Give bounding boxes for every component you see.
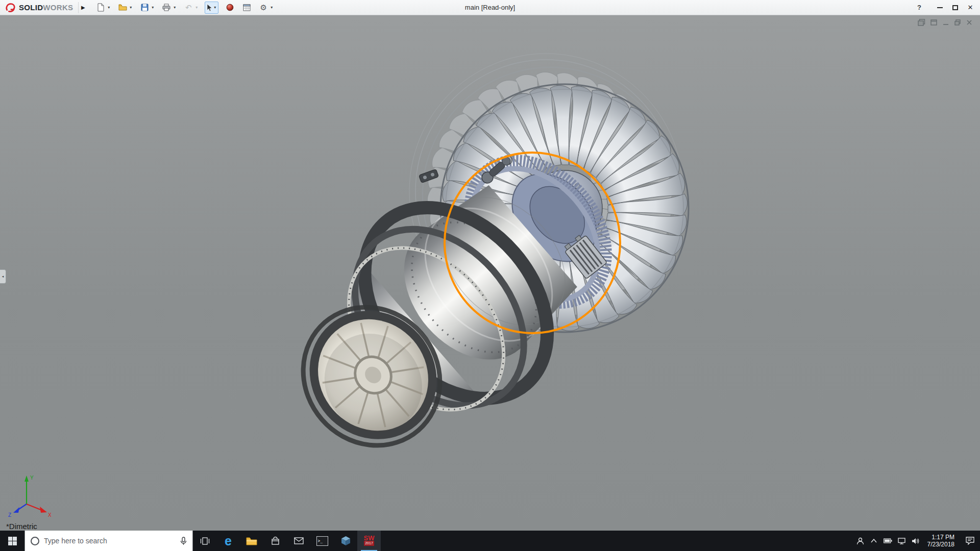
- solidworks-brand: SOLIDWORKS: [2, 3, 78, 13]
- search-input[interactable]: [44, 537, 176, 545]
- minimize-button[interactable]: [932, 1, 947, 15]
- titlebar: SOLIDWORKS ▶ ▾ ▾: [0, 0, 980, 15]
- chevron-up-icon: [871, 539, 877, 543]
- network-button[interactable]: [895, 531, 909, 551]
- action-center-button[interactable]: [960, 531, 980, 551]
- select-tool-caret[interactable]: ▾: [212, 5, 217, 10]
- people-button[interactable]: [853, 531, 867, 551]
- solidworks-app-icon: SW 2017: [364, 536, 375, 546]
- orientation-triad: Y X Z: [7, 468, 54, 517]
- window-title: main [Read-only]: [465, 4, 515, 11]
- panel-collapse-tab[interactable]: ◂: [0, 269, 6, 284]
- volume-button[interactable]: [909, 531, 922, 551]
- taskbar-item-console[interactable]: >_: [310, 531, 334, 551]
- maximize-icon: [952, 5, 958, 10]
- save-caret[interactable]: ▾: [150, 5, 155, 10]
- new-document-button[interactable]: [95, 2, 106, 14]
- open-button[interactable]: [117, 2, 128, 14]
- print-icon: [162, 4, 170, 11]
- save-floppy-icon: [141, 4, 149, 11]
- undo-icon: ↶: [185, 3, 192, 12]
- minimize-icon: [937, 7, 943, 8]
- document-window-controls: [918, 19, 973, 26]
- system-tray: 1:17 PM 7/23/2018: [853, 531, 980, 551]
- select-cursor-icon: [206, 4, 212, 12]
- options-button[interactable]: ⚙: [258, 2, 269, 14]
- print-button[interactable]: [161, 2, 172, 14]
- maximize-button[interactable]: [947, 1, 963, 15]
- print-caret[interactable]: ▾: [172, 5, 177, 10]
- toolbar-flyout-button[interactable]: ▶: [78, 2, 87, 13]
- hidden-icons-button[interactable]: [867, 531, 881, 551]
- triad-z-label: Z: [8, 512, 11, 517]
- mail-envelope-icon: [294, 537, 304, 544]
- taskbar-item-mail[interactable]: [287, 531, 310, 551]
- brand-text-works: WORKS: [43, 3, 73, 12]
- taskbar-item-file-explorer[interactable]: [240, 531, 263, 551]
- microphone-icon[interactable]: [180, 537, 187, 545]
- brand-text-solid: SOLID: [19, 3, 43, 12]
- render-sphere-button[interactable]: [224, 2, 235, 14]
- task-view-button[interactable]: [193, 531, 216, 551]
- options-caret[interactable]: ▾: [269, 5, 274, 10]
- design-table-button[interactable]: [241, 2, 252, 14]
- taskbar-search[interactable]: [24, 531, 193, 551]
- new-document-caret[interactable]: ▾: [106, 5, 111, 10]
- taskbar-item-solidworks[interactable]: SW 2017: [357, 531, 381, 551]
- console-icon: >_: [316, 536, 328, 546]
- taskbar-item-edge[interactable]: e: [216, 531, 240, 551]
- save-button[interactable]: [139, 2, 150, 14]
- doc-restore-icon[interactable]: [954, 19, 961, 26]
- 3ds-logo-icon: [5, 3, 16, 13]
- cortana-icon: [31, 537, 39, 545]
- windows-logo-icon: [8, 537, 17, 545]
- new-document-icon: [97, 3, 105, 12]
- battery-button[interactable]: [881, 531, 895, 551]
- graphics-viewport[interactable]: ◂ Y X Z *Dimetric: [0, 15, 980, 531]
- file-explorer-icon: [246, 537, 257, 545]
- open-caret[interactable]: ▾: [128, 5, 133, 10]
- tray-date: 7/23/2018: [927, 541, 954, 548]
- gear-icon: ⚙: [260, 3, 267, 12]
- undo-button[interactable]: ↶: [183, 2, 194, 14]
- window-controls: ? ✕: [912, 1, 978, 15]
- undo-caret[interactable]: ▾: [194, 5, 199, 10]
- doc-cascade-icon[interactable]: [930, 19, 938, 26]
- edge-icon: e: [225, 535, 232, 547]
- triad-y-label: Y: [30, 475, 34, 481]
- store-bag-icon: [271, 537, 280, 545]
- select-tool-button[interactable]: ▾: [205, 2, 218, 14]
- engine-model-canvas[interactable]: [0, 15, 980, 531]
- doc-new-window-icon[interactable]: [918, 19, 925, 26]
- doc-minimize-icon[interactable]: [942, 19, 949, 26]
- render-sphere-icon: [226, 4, 234, 11]
- open-folder-icon: [118, 4, 127, 11]
- tray-time: 1:17 PM: [932, 534, 954, 541]
- volume-icon: [912, 538, 919, 544]
- windows-taskbar: e >_ SW 2017: [0, 531, 980, 551]
- main-toolbar: ▾ ▾ ▾: [90, 2, 274, 14]
- jet-engine-model[interactable]: [252, 54, 689, 500]
- taskbar-item-cube-app[interactable]: [334, 531, 357, 551]
- people-icon: [856, 537, 864, 545]
- clock[interactable]: 1:17 PM 7/23/2018: [922, 531, 960, 551]
- task-view-icon: [200, 537, 210, 545]
- close-button[interactable]: ✕: [963, 1, 978, 15]
- help-button[interactable]: ?: [912, 1, 927, 15]
- doc-close-icon[interactable]: [966, 19, 973, 26]
- view-orientation-label: *Dimetric: [6, 522, 37, 531]
- network-icon: [898, 538, 905, 544]
- taskbar-item-store[interactable]: [263, 531, 287, 551]
- triad-x-label: X: [48, 512, 52, 517]
- action-center-icon: [966, 537, 974, 545]
- cube-app-icon: [341, 536, 351, 546]
- battery-icon: [884, 538, 892, 543]
- start-button[interactable]: [0, 531, 24, 551]
- design-table-icon: [243, 4, 251, 11]
